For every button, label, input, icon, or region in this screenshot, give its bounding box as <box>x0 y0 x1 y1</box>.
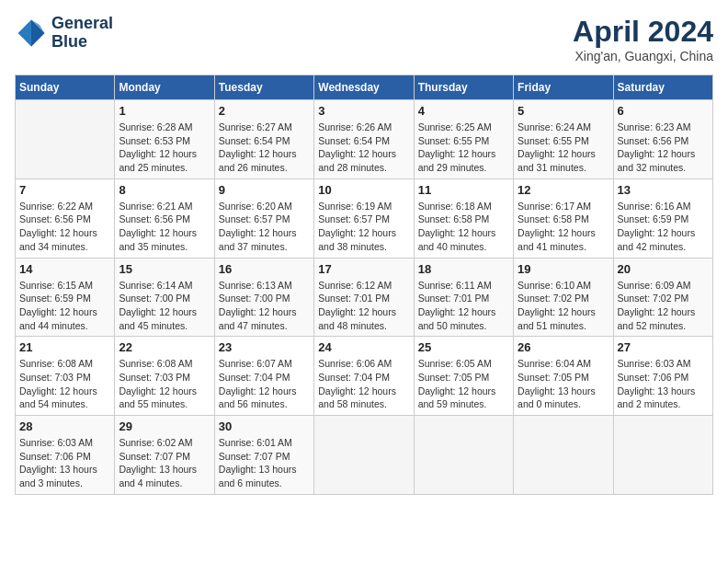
day-detail: Sunrise: 6:25 AM Sunset: 6:55 PM Dayligh… <box>418 121 509 175</box>
day-detail: Sunrise: 6:03 AM Sunset: 7:06 PM Dayligh… <box>19 436 110 490</box>
location-subtitle: Xing'an, Guangxi, China <box>573 49 713 63</box>
day-number: 30 <box>219 419 310 433</box>
calendar-cell: 26Sunrise: 6:04 AM Sunset: 7:05 PM Dayli… <box>514 337 613 416</box>
calendar-cell: 20Sunrise: 6:09 AM Sunset: 7:02 PM Dayli… <box>613 258 712 337</box>
weekday-header-sunday: Sunday <box>16 75 115 100</box>
day-detail: Sunrise: 6:27 AM Sunset: 6:54 PM Dayligh… <box>219 121 310 175</box>
calendar-cell: 18Sunrise: 6:11 AM Sunset: 7:01 PM Dayli… <box>414 258 513 337</box>
day-number: 13 <box>618 183 709 197</box>
logo: General Blue <box>15 15 113 52</box>
day-number: 20 <box>618 262 709 276</box>
calendar-cell: 22Sunrise: 6:08 AM Sunset: 7:03 PM Dayli… <box>115 337 214 416</box>
day-detail: Sunrise: 6:24 AM Sunset: 6:55 PM Dayligh… <box>518 121 609 175</box>
day-detail: Sunrise: 6:01 AM Sunset: 7:07 PM Dayligh… <box>219 436 310 490</box>
day-detail: Sunrise: 6:05 AM Sunset: 7:05 PM Dayligh… <box>418 357 509 411</box>
calendar-cell: 2Sunrise: 6:27 AM Sunset: 6:54 PM Daylig… <box>214 100 313 179</box>
day-detail: Sunrise: 6:26 AM Sunset: 6:54 PM Dayligh… <box>318 121 409 175</box>
calendar-cell: 4Sunrise: 6:25 AM Sunset: 6:55 PM Daylig… <box>414 100 513 179</box>
day-detail: Sunrise: 6:06 AM Sunset: 7:04 PM Dayligh… <box>318 357 409 411</box>
day-detail: Sunrise: 6:19 AM Sunset: 6:57 PM Dayligh… <box>318 200 409 254</box>
day-number: 8 <box>119 183 210 197</box>
day-number: 22 <box>119 340 210 354</box>
day-detail: Sunrise: 6:28 AM Sunset: 6:53 PM Dayligh… <box>119 121 210 175</box>
day-number: 23 <box>219 340 310 354</box>
title-block: April 2024 Xing'an, Guangxi, China <box>573 15 713 63</box>
calendar-cell: 29Sunrise: 6:02 AM Sunset: 7:07 PM Dayli… <box>115 416 214 495</box>
calendar-cell: 7Sunrise: 6:22 AM Sunset: 6:56 PM Daylig… <box>16 178 115 258</box>
day-number: 4 <box>418 104 509 118</box>
calendar-header-row: SundayMondayTuesdayWednesdayThursdayFrid… <box>16 75 713 100</box>
logo-text: General Blue <box>51 15 113 52</box>
day-detail: Sunrise: 6:20 AM Sunset: 6:57 PM Dayligh… <box>219 200 310 254</box>
day-number: 21 <box>19 340 110 354</box>
calendar-week-row: 1Sunrise: 6:28 AM Sunset: 6:53 PM Daylig… <box>16 100 713 179</box>
day-number: 5 <box>518 104 609 118</box>
calendar-week-row: 14Sunrise: 6:15 AM Sunset: 6:59 PM Dayli… <box>16 258 713 337</box>
day-number: 19 <box>518 262 609 276</box>
day-number: 28 <box>19 419 110 433</box>
day-detail: Sunrise: 6:03 AM Sunset: 7:06 PM Dayligh… <box>618 357 709 411</box>
day-detail: Sunrise: 6:08 AM Sunset: 7:03 PM Dayligh… <box>19 357 110 411</box>
day-number: 10 <box>318 183 409 197</box>
day-number: 15 <box>119 262 210 276</box>
calendar-week-row: 28Sunrise: 6:03 AM Sunset: 7:06 PM Dayli… <box>16 416 713 495</box>
logo-icon <box>15 17 48 50</box>
day-number: 14 <box>19 262 110 276</box>
calendar-cell <box>514 416 613 495</box>
day-number: 27 <box>618 340 709 354</box>
day-detail: Sunrise: 6:09 AM Sunset: 7:02 PM Dayligh… <box>618 279 709 333</box>
day-detail: Sunrise: 6:18 AM Sunset: 6:58 PM Dayligh… <box>418 200 509 254</box>
page-header: General Blue April 2024 Xing'an, Guangxi… <box>15 15 713 63</box>
month-title: April 2024 <box>573 15 713 49</box>
calendar-cell: 8Sunrise: 6:21 AM Sunset: 6:56 PM Daylig… <box>115 178 214 258</box>
calendar-cell <box>16 100 115 179</box>
day-number: 6 <box>618 104 709 118</box>
day-number: 24 <box>318 340 409 354</box>
day-number: 9 <box>219 183 310 197</box>
day-detail: Sunrise: 6:17 AM Sunset: 6:58 PM Dayligh… <box>518 200 609 254</box>
calendar-cell: 12Sunrise: 6:17 AM Sunset: 6:58 PM Dayli… <box>514 178 613 258</box>
calendar-cell: 16Sunrise: 6:13 AM Sunset: 7:00 PM Dayli… <box>214 258 313 337</box>
calendar-cell: 24Sunrise: 6:06 AM Sunset: 7:04 PM Dayli… <box>314 337 414 416</box>
day-number: 7 <box>19 183 110 197</box>
calendar-cell: 11Sunrise: 6:18 AM Sunset: 6:58 PM Dayli… <box>414 178 513 258</box>
day-detail: Sunrise: 6:21 AM Sunset: 6:56 PM Dayligh… <box>119 200 210 254</box>
day-number: 16 <box>219 262 310 276</box>
calendar-cell: 21Sunrise: 6:08 AM Sunset: 7:03 PM Dayli… <box>16 337 115 416</box>
day-number: 18 <box>418 262 509 276</box>
day-detail: Sunrise: 6:11 AM Sunset: 7:01 PM Dayligh… <box>418 279 509 333</box>
day-number: 29 <box>119 419 210 433</box>
day-number: 11 <box>418 183 509 197</box>
day-number: 12 <box>518 183 609 197</box>
day-number: 3 <box>318 104 409 118</box>
calendar-week-row: 21Sunrise: 6:08 AM Sunset: 7:03 PM Dayli… <box>16 337 713 416</box>
calendar-cell <box>613 416 712 495</box>
day-detail: Sunrise: 6:14 AM Sunset: 7:00 PM Dayligh… <box>119 279 210 333</box>
day-detail: Sunrise: 6:08 AM Sunset: 7:03 PM Dayligh… <box>119 357 210 411</box>
day-detail: Sunrise: 6:16 AM Sunset: 6:59 PM Dayligh… <box>618 200 709 254</box>
day-number: 26 <box>518 340 609 354</box>
day-number: 1 <box>119 104 210 118</box>
day-detail: Sunrise: 6:07 AM Sunset: 7:04 PM Dayligh… <box>219 357 310 411</box>
calendar-cell <box>414 416 513 495</box>
weekday-header-friday: Friday <box>514 75 613 100</box>
day-detail: Sunrise: 6:15 AM Sunset: 6:59 PM Dayligh… <box>19 279 110 333</box>
weekday-header-monday: Monday <box>115 75 214 100</box>
calendar-cell: 14Sunrise: 6:15 AM Sunset: 6:59 PM Dayli… <box>16 258 115 337</box>
calendar-week-row: 7Sunrise: 6:22 AM Sunset: 6:56 PM Daylig… <box>16 178 713 258</box>
calendar-cell: 15Sunrise: 6:14 AM Sunset: 7:00 PM Dayli… <box>115 258 214 337</box>
calendar-cell: 25Sunrise: 6:05 AM Sunset: 7:05 PM Dayli… <box>414 337 513 416</box>
calendar-cell: 10Sunrise: 6:19 AM Sunset: 6:57 PM Dayli… <box>314 178 414 258</box>
day-detail: Sunrise: 6:10 AM Sunset: 7:02 PM Dayligh… <box>518 279 609 333</box>
day-number: 17 <box>318 262 409 276</box>
calendar-cell: 3Sunrise: 6:26 AM Sunset: 6:54 PM Daylig… <box>314 100 414 179</box>
calendar-cell: 13Sunrise: 6:16 AM Sunset: 6:59 PM Dayli… <box>613 178 712 258</box>
calendar-cell: 28Sunrise: 6:03 AM Sunset: 7:06 PM Dayli… <box>16 416 115 495</box>
day-detail: Sunrise: 6:23 AM Sunset: 6:56 PM Dayligh… <box>618 121 709 175</box>
calendar-cell: 19Sunrise: 6:10 AM Sunset: 7:02 PM Dayli… <box>514 258 613 337</box>
day-number: 25 <box>418 340 509 354</box>
calendar-cell: 17Sunrise: 6:12 AM Sunset: 7:01 PM Dayli… <box>314 258 414 337</box>
calendar-cell: 30Sunrise: 6:01 AM Sunset: 7:07 PM Dayli… <box>214 416 313 495</box>
weekday-header-wednesday: Wednesday <box>314 75 414 100</box>
calendar-cell: 27Sunrise: 6:03 AM Sunset: 7:06 PM Dayli… <box>613 337 712 416</box>
